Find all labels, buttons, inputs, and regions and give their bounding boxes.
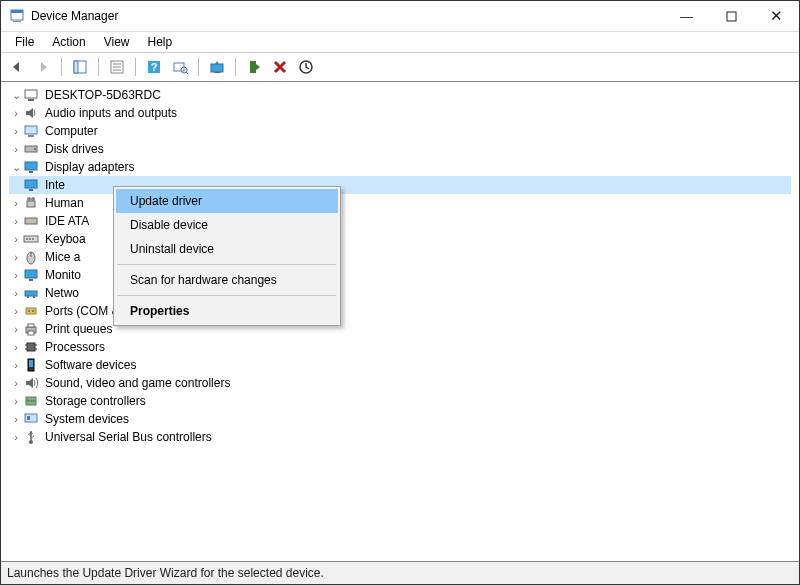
svg-rect-35 bbox=[26, 238, 28, 240]
svg-rect-43 bbox=[27, 296, 29, 298]
device-category-icon bbox=[23, 159, 39, 175]
display-adapter-icon bbox=[23, 177, 39, 193]
properties-toolbar-button[interactable] bbox=[105, 55, 129, 79]
chevron-down-icon[interactable]: ⌄ bbox=[9, 158, 23, 176]
tree-item[interactable]: ›Software devices bbox=[9, 356, 791, 374]
tree-item[interactable]: ⌄Display adapters bbox=[9, 158, 791, 176]
svg-rect-51 bbox=[27, 343, 35, 351]
window-controls: — ✕ bbox=[664, 1, 799, 31]
tree-item-label: IDE ATA bbox=[43, 212, 91, 230]
tree-item[interactable]: ›System devices bbox=[9, 410, 791, 428]
tree-item[interactable]: ›Processors bbox=[9, 338, 791, 356]
chevron-right-icon[interactable]: › bbox=[9, 266, 23, 284]
chevron-right-icon[interactable]: › bbox=[9, 122, 23, 140]
menubar: File Action View Help bbox=[1, 31, 799, 52]
context-uninstall-device[interactable]: Uninstall device bbox=[116, 237, 338, 261]
menu-file[interactable]: File bbox=[7, 33, 42, 51]
svg-rect-41 bbox=[29, 279, 33, 281]
window-title: Device Manager bbox=[31, 9, 118, 23]
svg-rect-42 bbox=[25, 291, 37, 296]
device-category-icon bbox=[23, 231, 39, 247]
chevron-right-icon[interactable]: › bbox=[9, 194, 23, 212]
menu-action[interactable]: Action bbox=[44, 33, 93, 51]
chevron-right-icon[interactable]: › bbox=[9, 284, 23, 302]
tree-item[interactable]: ›Universal Serial Bus controllers bbox=[9, 428, 791, 446]
svg-rect-60 bbox=[25, 414, 37, 422]
tree-root[interactable]: ⌄ DESKTOP-5D63RDC bbox=[9, 86, 791, 104]
svg-rect-5 bbox=[74, 61, 78, 73]
chevron-right-icon[interactable]: › bbox=[9, 428, 23, 446]
menu-help[interactable]: Help bbox=[140, 33, 181, 51]
chevron-right-icon[interactable]: › bbox=[9, 302, 23, 320]
chevron-right-icon[interactable]: › bbox=[9, 356, 23, 374]
context-update-driver[interactable]: Update driver bbox=[116, 189, 338, 213]
show-hide-tree-button[interactable] bbox=[68, 55, 92, 79]
svg-rect-58 bbox=[26, 397, 36, 401]
device-category-icon bbox=[23, 429, 39, 445]
device-category-icon bbox=[23, 285, 39, 301]
svg-rect-2 bbox=[13, 21, 21, 22]
tree-item-label: Mice a bbox=[43, 248, 82, 266]
tree-item-label: Disk drives bbox=[43, 140, 106, 158]
svg-point-33 bbox=[29, 219, 33, 223]
disable-device-button[interactable] bbox=[294, 55, 318, 79]
update-driver-toolbar-button[interactable] bbox=[205, 55, 229, 79]
svg-line-14 bbox=[186, 72, 188, 74]
scan-hardware-button[interactable] bbox=[168, 55, 192, 79]
context-separator bbox=[118, 295, 336, 296]
close-button[interactable]: ✕ bbox=[754, 1, 799, 31]
menu-view[interactable]: View bbox=[96, 33, 138, 51]
chevron-right-icon[interactable]: › bbox=[9, 374, 23, 392]
context-disable-device[interactable]: Disable device bbox=[116, 213, 338, 237]
device-category-icon bbox=[23, 249, 39, 265]
back-button[interactable] bbox=[5, 55, 29, 79]
context-scan-hardware[interactable]: Scan for hardware changes bbox=[116, 268, 338, 292]
device-category-icon bbox=[23, 105, 39, 121]
context-separator bbox=[118, 264, 336, 265]
tree-item[interactable]: ›Audio inputs and outputs bbox=[9, 104, 791, 122]
device-category-icon bbox=[23, 141, 39, 157]
chevron-right-icon[interactable]: › bbox=[9, 320, 23, 338]
svg-rect-3 bbox=[727, 12, 736, 21]
tree-item-label: Storage controllers bbox=[43, 392, 148, 410]
tree-item[interactable]: ›Storage controllers bbox=[9, 392, 791, 410]
tree-item[interactable]: ›Computer bbox=[9, 122, 791, 140]
chevron-right-icon[interactable]: › bbox=[9, 140, 23, 158]
context-properties[interactable]: Properties bbox=[116, 299, 338, 323]
chevron-right-icon[interactable]: › bbox=[9, 212, 23, 230]
svg-point-30 bbox=[27, 197, 31, 201]
chevron-down-icon[interactable]: ⌄ bbox=[9, 86, 23, 104]
device-manager-window: Device Manager — ✕ File Action View Help… bbox=[0, 0, 800, 585]
device-category-icon bbox=[23, 411, 39, 427]
uninstall-device-button[interactable] bbox=[268, 55, 292, 79]
svg-point-47 bbox=[32, 310, 34, 312]
svg-rect-36 bbox=[29, 238, 31, 240]
tree-item-label: System devices bbox=[43, 410, 131, 428]
chevron-right-icon[interactable]: › bbox=[9, 392, 23, 410]
svg-rect-59 bbox=[26, 401, 36, 405]
tree-item-label: Keyboa bbox=[43, 230, 88, 248]
svg-point-24 bbox=[34, 148, 36, 150]
svg-rect-29 bbox=[27, 201, 35, 207]
forward-button[interactable] bbox=[31, 55, 55, 79]
svg-rect-1 bbox=[11, 10, 23, 13]
tree-item-label: Netwo bbox=[43, 284, 81, 302]
svg-rect-22 bbox=[28, 135, 34, 137]
device-category-icon bbox=[23, 303, 39, 319]
help-button[interactable]: ? bbox=[142, 55, 166, 79]
chevron-right-icon[interactable]: › bbox=[9, 104, 23, 122]
chevron-right-icon[interactable]: › bbox=[9, 338, 23, 356]
svg-rect-26 bbox=[29, 171, 33, 173]
chevron-right-icon[interactable]: › bbox=[9, 410, 23, 428]
svg-rect-19 bbox=[25, 90, 37, 98]
svg-rect-21 bbox=[25, 126, 37, 134]
chevron-right-icon[interactable]: › bbox=[9, 230, 23, 248]
tree-item[interactable]: ›Sound, video and game controllers bbox=[9, 374, 791, 392]
minimize-button[interactable]: — bbox=[664, 1, 709, 31]
maximize-button[interactable] bbox=[709, 1, 754, 31]
enable-device-button[interactable] bbox=[242, 55, 266, 79]
chevron-right-icon[interactable]: › bbox=[9, 248, 23, 266]
tree-item[interactable]: ›Disk drives bbox=[9, 140, 791, 158]
tree-root-label: DESKTOP-5D63RDC bbox=[43, 86, 163, 104]
titlebar: Device Manager — ✕ bbox=[1, 1, 799, 31]
